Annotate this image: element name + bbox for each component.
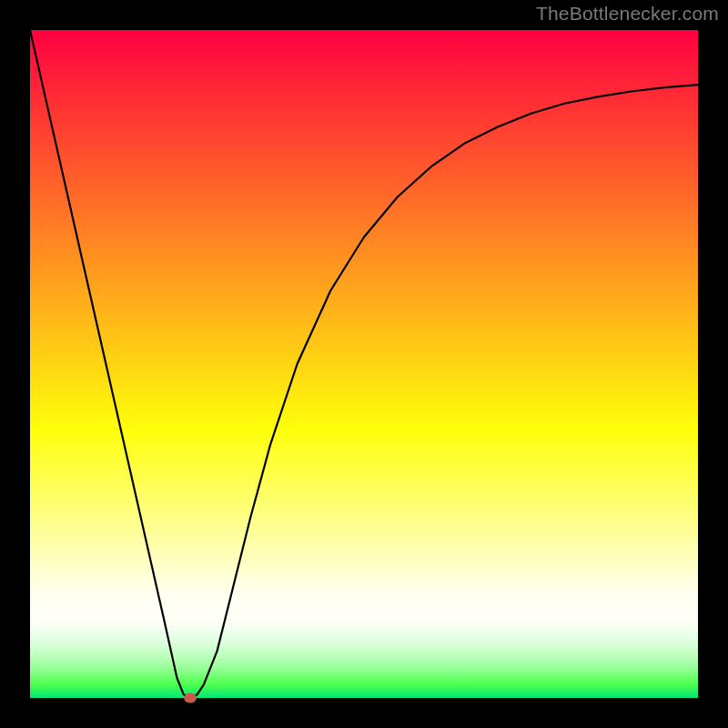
optimum-marker (184, 693, 197, 703)
watermark-text: TheBottlenecker.com (536, 3, 719, 25)
plot-area (30, 30, 698, 698)
bottleneck-curve (30, 30, 698, 698)
chart-frame: TheBottlenecker.com (0, 0, 728, 728)
